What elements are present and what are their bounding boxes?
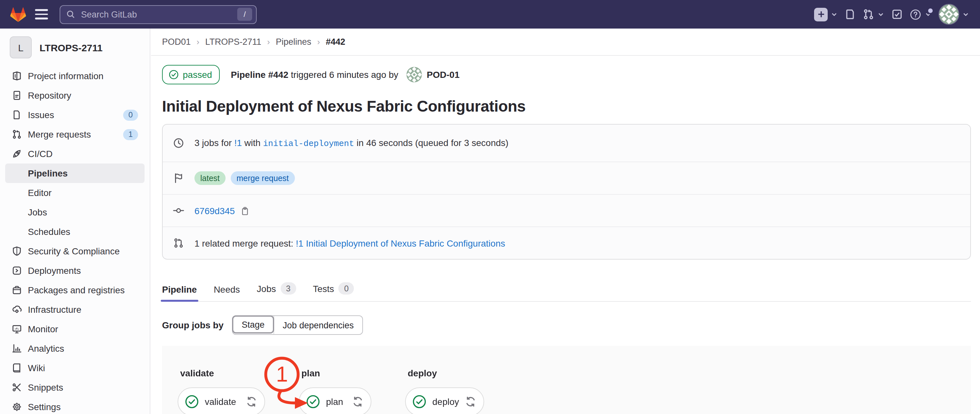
pipeline-tabs: Pipeline Needs Jobs3 Tests0: [162, 281, 971, 302]
sidebar-item-wiki[interactable]: Wiki: [0, 358, 150, 378]
triggerer-avatar[interactable]: [407, 67, 422, 82]
project-info-icon: [12, 71, 22, 81]
group-by-stage-button[interactable]: Stage: [232, 315, 275, 334]
retry-icon[interactable]: [246, 396, 257, 408]
cloud-gear-icon: [12, 304, 22, 315]
sidebar-item-issues[interactable]: Issues 0: [0, 105, 150, 125]
scissors-icon: [12, 382, 22, 393]
mr-ref-link[interactable]: !1: [234, 137, 242, 148]
user-menu-button[interactable]: [939, 4, 970, 25]
merge-request-icon: [863, 8, 874, 20]
pipeline-status-row: passed Pipeline #442 triggered 6 minutes…: [151, 64, 980, 85]
todos-button[interactable]: [891, 8, 903, 20]
breadcrumb-separator: ›: [197, 37, 200, 47]
job-success-icon: [185, 395, 199, 409]
sidebar-item-deployments[interactable]: Deployments: [0, 261, 150, 280]
monitor-icon: [12, 324, 22, 334]
help-menu-button[interactable]: [909, 8, 932, 21]
annotation-step-1: 1: [162, 346, 971, 414]
stage-validate: validate validate: [178, 368, 265, 414]
retry-icon[interactable]: [352, 396, 364, 408]
jobs-summary-row: 3 jobs for !1 with initial-deployment in…: [163, 125, 970, 161]
triggerer-name[interactable]: POD-01: [427, 69, 460, 80]
sidebar-item-project-information[interactable]: Project information: [0, 66, 150, 86]
navbar-actions: [814, 4, 970, 25]
user-avatar: [939, 4, 959, 25]
commit-sha-link[interactable]: 6769d345: [194, 205, 235, 216]
sidebar-item-analytics[interactable]: Analytics: [0, 339, 150, 358]
breadcrumb-pipelines[interactable]: Pipelines: [276, 37, 312, 47]
latest-badge[interactable]: latest: [194, 171, 226, 185]
shield-icon: [12, 246, 22, 256]
pipeline-title: Initial Deployment of Nexus Fabric Confi…: [151, 95, 980, 117]
clock-icon: [173, 137, 184, 149]
search-bar[interactable]: /: [60, 5, 257, 24]
project-name: LTROPS-2711: [40, 42, 103, 53]
tab-jobs[interactable]: Jobs3: [257, 282, 296, 301]
group-jobs-by-row: Group jobs by Stage Job dependencies: [151, 315, 980, 335]
sidebar-item-merge-requests[interactable]: Merge requests 1: [0, 125, 150, 144]
trigger-text: Pipeline #442 triggered 6 minutes ago by: [231, 69, 401, 80]
tab-needs[interactable]: Needs: [213, 284, 240, 301]
sidebar-item-infrastructure[interactable]: Infrastructure: [0, 300, 150, 319]
project-sidebar: L LTROPS-2711 Project information Reposi…: [0, 29, 150, 414]
gitlab-logo-icon[interactable]: [10, 6, 27, 22]
branch-ref-link[interactable]: initial-deployment: [263, 139, 354, 149]
group-by-dependencies-button[interactable]: Job dependencies: [274, 316, 362, 334]
status-badge[interactable]: passed: [162, 65, 220, 84]
sidebar-item-repository[interactable]: Repository: [0, 86, 150, 105]
pipeline-summary-box: 3 jobs for !1 with initial-deployment in…: [162, 124, 971, 260]
commit-row: 6769d345: [163, 194, 970, 227]
related-mr-link[interactable]: !1 Initial Deployment of Nexus Fabric Co…: [296, 238, 505, 248]
sidebar-item-cicd[interactable]: CI/CD: [0, 144, 150, 163]
stage-plan: plan plan: [299, 368, 371, 414]
file-icon: [12, 90, 22, 101]
check-circle-icon: [169, 69, 179, 80]
merge-requests-count-badge: 1: [123, 129, 138, 140]
job-plan[interactable]: plan: [299, 387, 371, 414]
breadcrumb-separator: ›: [317, 37, 320, 47]
stage-name: plan: [299, 368, 371, 381]
new-menu-button[interactable]: [814, 8, 838, 21]
breadcrumb-separator: ›: [267, 37, 270, 47]
sidebar-item-security[interactable]: Security & Compliance: [0, 241, 150, 261]
tab-tests[interactable]: Tests0: [313, 282, 354, 301]
tests-count-badge: 0: [339, 282, 354, 295]
pipeline-flags-row: latest merge request: [163, 161, 970, 194]
sidebar-item-settings[interactable]: Settings: [0, 397, 150, 414]
copy-icon[interactable]: [240, 205, 250, 216]
project-context[interactable]: L LTROPS-2711: [0, 29, 150, 64]
sidebar-item-monitor[interactable]: Monitor: [0, 319, 150, 339]
gitlab-pipeline-page: /: [0, 0, 980, 414]
group-by-segmented-control: Stage Job dependencies: [232, 315, 363, 335]
search-input[interactable]: [80, 9, 237, 20]
sidebar-item-editor[interactable]: Editor: [0, 183, 150, 203]
sidebar-item-jobs[interactable]: Jobs: [0, 203, 150, 222]
sidebar-item-snippets[interactable]: Snippets: [0, 378, 150, 397]
job-success-icon: [306, 395, 320, 409]
breadcrumb-project[interactable]: LTROPS-2711: [205, 37, 261, 47]
annotation-number: 1: [276, 362, 288, 386]
todo-check-icon: [891, 8, 903, 20]
chevron-down-icon: [830, 10, 838, 18]
issues-shortcut-button[interactable]: [845, 8, 856, 20]
job-deploy[interactable]: deploy: [405, 387, 484, 414]
plus-icon: [814, 8, 828, 21]
project-avatar: L: [10, 36, 32, 58]
retry-icon[interactable]: [465, 396, 476, 408]
search-shortcut-key: /: [237, 8, 252, 21]
sidebar-item-schedules[interactable]: Schedules: [0, 222, 150, 241]
deployments-icon: [12, 265, 22, 276]
merge-requests-menu-button[interactable]: [863, 8, 885, 20]
job-validate[interactable]: validate: [178, 387, 265, 414]
breadcrumb-group[interactable]: POD01: [162, 37, 191, 47]
sidebar-item-packages[interactable]: Packages and registries: [0, 280, 150, 300]
merge-request-badge[interactable]: merge request: [231, 171, 294, 185]
breadcrumb: POD01 › LTROPS-2711 › Pipelines › #442: [151, 29, 980, 56]
related-mr-row: 1 related merge request: !1 Initial Depl…: [163, 227, 970, 259]
package-icon: [12, 285, 22, 295]
hamburger-menu-icon[interactable]: [35, 9, 48, 19]
sidebar-item-pipelines[interactable]: Pipelines: [5, 163, 145, 183]
breadcrumb-current: #442: [326, 37, 345, 47]
tab-pipeline[interactable]: Pipeline: [162, 284, 197, 301]
